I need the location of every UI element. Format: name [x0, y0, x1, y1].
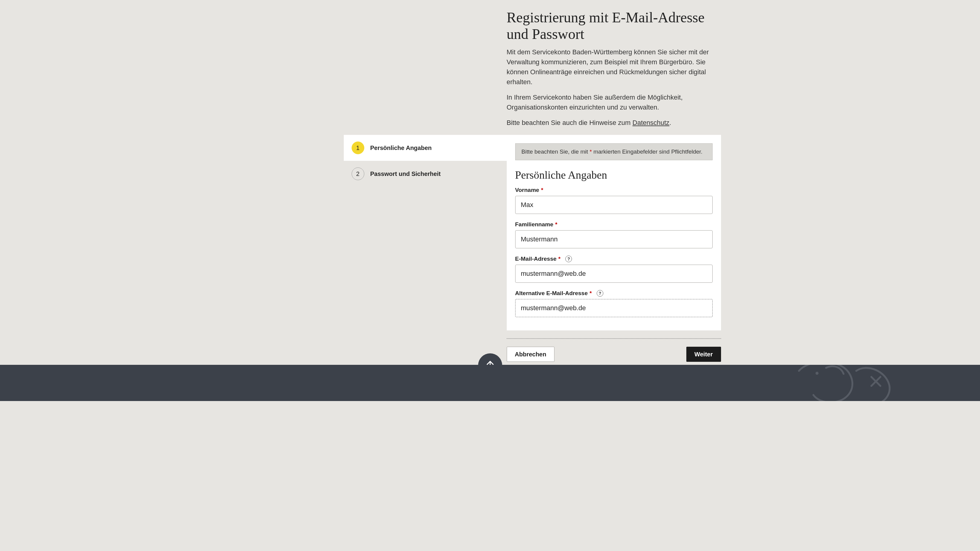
help-icon[interactable]: ?: [565, 256, 572, 262]
intro-text: Mit dem Servicekonto Baden-Württemberg k…: [507, 47, 721, 128]
privacy-line: Bitte beachten Sie auch die Hinweise zum…: [507, 118, 721, 128]
lastname-label: Familienname: [515, 221, 554, 228]
required-mark: *: [555, 221, 557, 228]
field-lastname: Familienname*: [515, 221, 713, 248]
cancel-button[interactable]: Abbrechen: [507, 347, 554, 362]
privacy-prefix: Bitte beachten Sie auch die Hinweise zum: [507, 119, 633, 126]
required-fields-notice: Bitte beachten Sie, die mit * markierten…: [515, 143, 713, 160]
email-label: E-Mail-Adresse: [515, 256, 557, 262]
required-mark: *: [541, 187, 543, 194]
field-altemail: Alternative E-Mail-Adresse* ?: [515, 290, 713, 317]
step-number: 2: [352, 167, 364, 180]
step-number: 1: [352, 141, 364, 154]
required-mark: *: [590, 148, 592, 155]
email-input[interactable]: [515, 265, 713, 283]
field-firstname: Vorname*: [515, 187, 713, 214]
field-email: E-Mail-Adresse* ?: [515, 256, 713, 283]
step-1-personal[interactable]: 1 Persönliche Angaben: [344, 135, 507, 161]
intro-paragraph-1: Mit dem Servicekonto Baden-Württemberg k…: [507, 47, 721, 87]
separator: [507, 338, 721, 339]
firstname-input[interactable]: [515, 196, 713, 214]
svg-point-1: [816, 372, 819, 375]
next-button[interactable]: Weiter: [686, 347, 721, 362]
notice-after: markierten Eingabefelder sind Pflichtfel…: [592, 148, 702, 155]
page-title: Registrierung mit E-Mail-Adresse und Pas…: [507, 9, 721, 42]
altemail-input[interactable]: [515, 299, 713, 317]
step-2-security[interactable]: 2 Passwort und Sicherheit: [344, 161, 507, 187]
privacy-link[interactable]: Datenschutz: [633, 119, 670, 126]
notice-before: Bitte beachten Sie, die mit: [522, 148, 590, 155]
form-card: Bitte beachten Sie, die mit * markierten…: [507, 135, 721, 330]
required-mark: *: [558, 256, 560, 262]
intro-paragraph-2: In Ihrem Servicekonto haben Sie außerdem…: [507, 92, 721, 112]
page-footer: [0, 365, 980, 401]
step-sidebar: 1 Persönliche Angaben 2 Passwort und Sic…: [344, 135, 507, 187]
lastname-input[interactable]: [515, 230, 713, 248]
actions-row: Abbrechen Weiter: [507, 347, 721, 362]
required-mark: *: [589, 290, 592, 297]
crest-icon: [781, 365, 902, 401]
step-label: Persönliche Angaben: [370, 144, 432, 151]
help-icon[interactable]: ?: [597, 290, 603, 297]
firstname-label: Vorname: [515, 187, 539, 194]
step-label: Passwort und Sicherheit: [370, 170, 441, 178]
privacy-suffix: .: [670, 119, 671, 126]
section-title: Persönliche Angaben: [515, 169, 713, 181]
altemail-label: Alternative E-Mail-Adresse: [515, 290, 588, 297]
